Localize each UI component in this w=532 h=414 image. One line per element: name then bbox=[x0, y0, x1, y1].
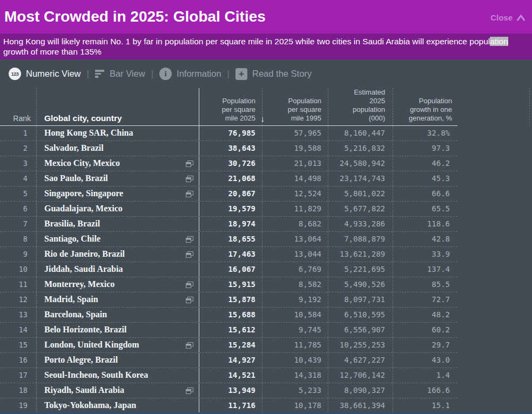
column-header-pop-2025[interactable]: ↓ Population per square mile 2025 bbox=[199, 88, 262, 126]
info-circle-icon: i bbox=[159, 68, 172, 80]
pop-1995-cell: 9,192 bbox=[262, 292, 328, 307]
est-2025-pop-cell: 5,677,822 bbox=[328, 202, 393, 216]
rank-cell: 15 bbox=[0, 338, 36, 352]
rank-cell: 19 bbox=[0, 398, 36, 413]
table-row[interactable]: 3Mexico City, Mexico30,72621,01324,580,9… bbox=[0, 156, 457, 171]
est-2025-pop-cell: 24,580,942 bbox=[328, 156, 393, 171]
toolbar-separator: | bbox=[227, 69, 230, 79]
table-row[interactable]: 5Singapore, Singapore20,86712,5245,801,0… bbox=[0, 186, 457, 202]
pop-2025-cell: 30,726 bbox=[199, 156, 262, 171]
table-row[interactable]: 10Jiddah, Saudi Arabia16,0676,7695,221,6… bbox=[0, 262, 457, 277]
popup-window-icon[interactable] bbox=[186, 251, 193, 258]
rank-cell: 6 bbox=[0, 202, 36, 216]
popup-window-icon[interactable] bbox=[186, 236, 193, 243]
toolbar-label: Bar View bbox=[110, 69, 145, 79]
table-row[interactable]: 1Hong Kong SAR, China76,98557,9658,160,4… bbox=[0, 126, 457, 141]
page-title: Most Crowded in 2025: Global Cities bbox=[0, 0, 532, 25]
rank-cell: 1 bbox=[0, 126, 36, 141]
toolbar-item-read-story[interactable]: + Read the Story bbox=[235, 68, 312, 80]
pop-2025-cell: 17,463 bbox=[199, 247, 262, 262]
table-row[interactable]: 2Salvador, Brazil38,64319,5885,216,83297… bbox=[0, 141, 457, 156]
table-row[interactable]: 9Rio de Janeiro, Brazil17,46313,04413,62… bbox=[0, 247, 457, 262]
popup-window-icon[interactable] bbox=[186, 282, 193, 288]
est-2025-pop-cell: 8,160,447 bbox=[328, 126, 393, 141]
pop-2025-cell: 20,867 bbox=[199, 186, 262, 201]
toolbar-item-information[interactable]: i Information bbox=[159, 68, 221, 80]
rank-cell: 13 bbox=[0, 308, 36, 322]
pop-2025-cell: 16,067 bbox=[199, 262, 262, 277]
chevron-up-icon bbox=[516, 14, 526, 21]
popup-window-icon[interactable] bbox=[186, 297, 193, 303]
table-row[interactable]: 19Tokyo-Yokohama, Japan11,71610,17838,66… bbox=[0, 398, 457, 413]
rank-cell: 18 bbox=[0, 383, 36, 398]
city-cell: Seoul-Incheon, South Korea bbox=[36, 368, 199, 383]
pop-1995-cell: 10,584 bbox=[262, 308, 328, 322]
growth-cell: 85.5 bbox=[393, 277, 457, 292]
column-header-est-population[interactable]: Estimated 2025 population (000) bbox=[328, 88, 393, 126]
column-header-pop-1995[interactable]: Population per square mile 1995 bbox=[262, 88, 328, 126]
popup-window-icon[interactable] bbox=[186, 161, 193, 167]
est-2025-pop-cell: 12,706,142 bbox=[328, 368, 393, 383]
rank-cell: 3 bbox=[0, 156, 36, 171]
numeric-123-icon: 123 bbox=[9, 68, 21, 80]
rank-cell: 5 bbox=[0, 186, 36, 201]
toolbar-item-bar-view[interactable]: Bar View bbox=[95, 69, 145, 79]
table-row[interactable]: 17Seoul-Incheon, South Korea14,52114,318… bbox=[0, 368, 457, 383]
growth-cell: 137.4 bbox=[393, 262, 457, 277]
pop-2025-cell: 38,643 bbox=[199, 141, 262, 156]
toolbar-item-numeric-view[interactable]: 123 Numeric View bbox=[9, 68, 80, 80]
rank-cell: 14 bbox=[0, 323, 36, 337]
growth-cell: 32.8% bbox=[393, 126, 457, 141]
plus-square-icon: + bbox=[235, 68, 247, 80]
est-2025-pop-cell: 8,090,327 bbox=[328, 383, 393, 398]
column-header-rank[interactable]: Rank bbox=[0, 88, 36, 126]
city-cell: Riyadh, Saudi Arabia bbox=[36, 383, 199, 398]
pop-1995-cell: 9,745 bbox=[262, 323, 328, 337]
est-2025-pop-cell: 23,174,743 bbox=[328, 171, 393, 186]
pop-1995-cell: 6,769 bbox=[262, 262, 328, 277]
popup-window-icon[interactable] bbox=[186, 342, 193, 349]
pop-1995-cell: 5,233 bbox=[262, 383, 328, 398]
table-row[interactable]: 8Santiago, Chile18,65513,0647,088,87942.… bbox=[0, 232, 457, 247]
cropped-column-separator bbox=[529, 88, 530, 126]
rank-cell: 17 bbox=[0, 368, 36, 383]
column-header-city[interactable]: Global city, country bbox=[36, 88, 199, 126]
popup-window-icon[interactable] bbox=[186, 191, 193, 197]
pop-2025-cell: 11,716 bbox=[199, 398, 262, 413]
toolbar-label: Read the Story bbox=[252, 69, 312, 79]
toolbar-label: Information bbox=[177, 69, 221, 79]
pop-1995-cell: 14,498 bbox=[262, 171, 328, 186]
city-cell: Jiddah, Saudi Arabia bbox=[36, 262, 199, 277]
pop-1995-cell: 57,965 bbox=[262, 126, 328, 141]
popup-window-icon[interactable] bbox=[186, 176, 193, 182]
pop-2025-cell: 13,949 bbox=[199, 383, 262, 398]
table-row[interactable]: 4Sao Paulo, Brazil21,06814,49823,174,743… bbox=[0, 171, 457, 186]
pop-2025-cell: 15,688 bbox=[199, 308, 262, 322]
growth-cell: 72.7 bbox=[393, 292, 457, 307]
sort-descending-icon: ↓ bbox=[202, 115, 265, 123]
est-2025-pop-cell: 38,661,394 bbox=[328, 398, 393, 413]
table-row[interactable]: 15London, United Kingdom15,28411,78510,2… bbox=[0, 338, 457, 353]
rank-cell: 16 bbox=[0, 353, 36, 368]
table-row[interactable]: 16Porto Alegre, Brazil14,92710,4394,627,… bbox=[0, 353, 457, 368]
city-cell: Monterrey, Mexico bbox=[36, 277, 199, 292]
popup-window-icon[interactable] bbox=[186, 388, 193, 394]
table-row[interactable]: 14Belo Horizonte, Brazil15,6129,7456,556… bbox=[0, 323, 457, 338]
est-2025-pop-cell: 10,255,253 bbox=[328, 338, 393, 352]
pop-2025-cell: 15,284 bbox=[199, 338, 262, 352]
table-row[interactable]: 18Riyadh, Saudi Arabia13,9495,2338,090,3… bbox=[0, 383, 457, 398]
table-row[interactable]: 7Brasilia, Brazil18,9748,6824,933,286118… bbox=[0, 217, 457, 232]
city-cell: Brasilia, Brazil bbox=[36, 217, 199, 231]
growth-cell: 33.9 bbox=[393, 247, 457, 262]
table-row[interactable]: 12Madrid, Spain15,8789,1928,097,73172.7 bbox=[0, 292, 457, 308]
close-button[interactable]: Close bbox=[490, 13, 526, 22]
growth-cell: 29.7 bbox=[393, 338, 457, 352]
city-cell: London, United Kingdom bbox=[36, 338, 199, 352]
table-row[interactable]: 13Barcelona, Spain15,68810,5846,510,5954… bbox=[0, 308, 457, 323]
subtitle-line2: growth of more than 135% bbox=[3, 46, 528, 57]
table-row[interactable]: 6Guadalajara, Mexico19,57911,8295,677,82… bbox=[0, 202, 457, 217]
column-header-growth[interactable]: Population growth in one generation, % bbox=[393, 88, 457, 126]
view-toolbar: 123 Numeric View | Bar View | i Informat… bbox=[0, 59, 532, 88]
pop-1995-cell: 10,178 bbox=[262, 398, 328, 413]
table-row[interactable]: 11Monterrey, Mexico15,9158,5825,490,5268… bbox=[0, 277, 457, 292]
